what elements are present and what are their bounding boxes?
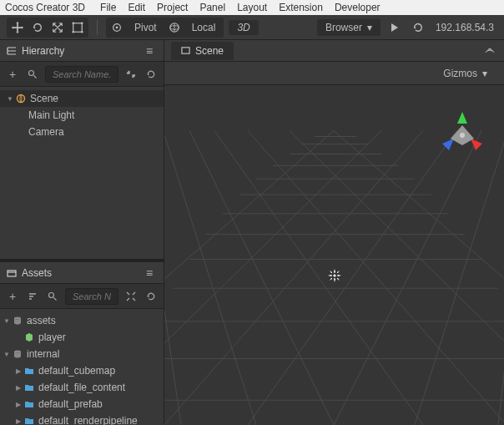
- gizmos-label: Gizmos: [443, 68, 477, 79]
- assets-node-label: internal: [27, 348, 59, 360]
- menu-file[interactable]: File: [100, 2, 116, 13]
- hierarchy-add-button[interactable]: +: [5, 67, 20, 82]
- hierarchy-node[interactable]: Camera: [0, 124, 164, 140]
- folder-icon: [23, 398, 35, 410]
- scene-toolbar: Gizmos ▾: [164, 62, 504, 85]
- hierarchy-header: Hierarchy ≡: [0, 40, 164, 62]
- hierarchy-search-icon[interactable]: [25, 67, 40, 82]
- caret-right-icon[interactable]: ▶: [13, 384, 23, 392]
- svg-marker-49: [442, 139, 454, 150]
- assets-root-assets[interactable]: ▼ assets: [0, 312, 164, 329]
- hierarchy-node-label: Scene: [30, 93, 58, 104]
- assets-refresh-button[interactable]: [144, 289, 159, 304]
- svg-point-14: [14, 351, 21, 353]
- anchor-icon[interactable]: [108, 19, 126, 36]
- assets-node[interactable]: player: [0, 329, 164, 346]
- chevron-down-icon: ▾: [367, 22, 372, 33]
- axis-gizmo[interactable]: [437, 110, 487, 160]
- svg-point-3: [72, 30, 74, 33]
- svg-point-9: [29, 70, 34, 75]
- prefab-icon: [23, 331, 35, 343]
- caret-down-icon[interactable]: ▼: [2, 317, 12, 325]
- preview-target-dropdown[interactable]: Browser ▾: [317, 19, 381, 36]
- assets-add-button[interactable]: +: [5, 289, 20, 304]
- gizmos-dropdown[interactable]: Gizmos ▾: [435, 65, 496, 82]
- hierarchy-tree: ▼ Scene Main Light Camera: [0, 87, 164, 259]
- menu-project[interactable]: Project: [157, 2, 188, 13]
- hierarchy-icon: [7, 46, 17, 56]
- scene-panel: Scene Gizmos ▾: [164, 40, 504, 425]
- svg-rect-0: [73, 23, 83, 32]
- assets-node[interactable]: ▶ default_renderpipeline: [0, 412, 164, 425]
- hierarchy-refresh-button[interactable]: [144, 67, 159, 82]
- folder-icon: [23, 415, 35, 425]
- hierarchy-collapse-button[interactable]: [123, 67, 139, 82]
- assets-tree: ▼ assets player ▼ internal ▶: [0, 309, 164, 425]
- projection-label: 3D: [230, 22, 256, 33]
- hierarchy-node-label: Main Light: [28, 109, 74, 121]
- scene-settings-icon[interactable]: [482, 43, 497, 58]
- assets-node-label: default_renderpipeline: [38, 415, 138, 425]
- app-title: Cocos Creator 3D: [5, 2, 85, 13]
- assets-root-internal[interactable]: ▼ internal: [0, 346, 164, 362]
- hierarchy-node-scene[interactable]: ▼ Scene: [0, 90, 164, 107]
- main-toolbar: Pivot Local 3D Browser ▾ 192.168.54.3: [0, 15, 504, 40]
- local-label[interactable]: Local: [185, 22, 223, 33]
- scene-tab[interactable]: Scene: [171, 42, 234, 60]
- hierarchy-search-input[interactable]: [45, 66, 118, 83]
- hierarchy-toolbar: +: [0, 62, 164, 87]
- svg-point-12: [49, 292, 54, 297]
- assets-sort-button[interactable]: [25, 289, 40, 304]
- globe-icon[interactable]: [165, 19, 184, 36]
- menu-panel[interactable]: Panel: [199, 2, 225, 13]
- caret-right-icon[interactable]: ▶: [13, 417, 23, 425]
- play-button[interactable]: [386, 19, 404, 36]
- menu-developer[interactable]: Developer: [335, 2, 381, 13]
- hierarchy-menu-icon[interactable]: ≡: [142, 43, 157, 58]
- svg-point-6: [116, 26, 118, 28]
- assets-search-input[interactable]: [65, 288, 118, 305]
- assets-node[interactable]: ▶ default_prefab: [0, 396, 164, 412]
- assets-search-icon[interactable]: [45, 289, 60, 304]
- database-icon: [12, 348, 23, 360]
- menu-layout[interactable]: Layout: [237, 2, 267, 13]
- chevron-down-icon: ▾: [482, 68, 487, 79]
- scene-tab-label: Scene: [195, 45, 224, 57]
- svg-point-4: [81, 30, 83, 33]
- projection-toggle[interactable]: 3D: [229, 20, 258, 35]
- svg-rect-15: [182, 48, 189, 53]
- preview-target-label: Browser: [325, 22, 362, 33]
- assets-title: Assets: [22, 267, 52, 279]
- hierarchy-node[interactable]: Main Light: [0, 107, 164, 124]
- svg-point-1: [72, 22, 74, 24]
- move-tool-button[interactable]: [8, 19, 27, 36]
- caret-down-icon[interactable]: ▼: [5, 95, 15, 103]
- rotate-tool-button[interactable]: [28, 19, 47, 36]
- pivot-label[interactable]: Pivot: [128, 22, 164, 33]
- menu-extension[interactable]: Extension: [279, 2, 323, 13]
- caret-right-icon[interactable]: ▶: [13, 367, 23, 375]
- assets-node[interactable]: ▶ default_cubemap: [0, 362, 164, 379]
- assets-node-label: assets: [27, 315, 56, 326]
- assets-icon: [7, 268, 17, 278]
- scene-icon: [15, 93, 27, 104]
- assets-node-label: default_cubemap: [38, 365, 115, 377]
- hierarchy-panel: Hierarchy ≡ + ▼ Scene: [0, 40, 164, 259]
- scene-viewport[interactable]: [164, 85, 504, 425]
- menu-bar: Cocos Creator 3D File Edit Project Panel…: [0, 0, 504, 15]
- preview-ip: 192.168.54.3: [432, 22, 497, 33]
- assets-collapse-button[interactable]: [123, 289, 139, 304]
- svg-rect-11: [8, 271, 16, 276]
- light-gizmo[interactable]: [327, 268, 342, 283]
- assets-menu-icon[interactable]: ≡: [142, 266, 157, 281]
- assets-node[interactable]: ▶ default_file_content: [0, 379, 164, 396]
- menu-edit[interactable]: Edit: [128, 2, 145, 13]
- scale-tool-button[interactable]: [48, 19, 67, 36]
- caret-right-icon[interactable]: ▶: [13, 401, 23, 408]
- caret-down-icon[interactable]: ▼: [2, 351, 12, 358]
- svg-point-2: [81, 22, 83, 24]
- scene-header: Scene: [164, 40, 504, 62]
- rect-tool-button[interactable]: [68, 19, 87, 36]
- refresh-button[interactable]: [409, 19, 427, 36]
- hierarchy-node-label: Camera: [28, 126, 64, 138]
